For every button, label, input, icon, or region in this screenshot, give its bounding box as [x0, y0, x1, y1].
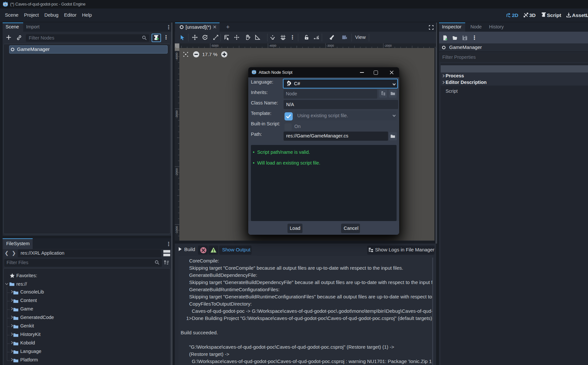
svg-text:-4000: -4000 — [269, 44, 276, 47]
svg-text:-5000: -5000 — [211, 44, 219, 47]
svg-text:-2000: -2000 — [384, 44, 392, 47]
svg-text:-1000: -1000 — [175, 226, 178, 234]
svg-text:cs: cs — [287, 84, 290, 86]
svg-text:-3000: -3000 — [326, 44, 334, 47]
svg-text:-3000: -3000 — [175, 110, 178, 118]
svg-text:-4000: -4000 — [175, 53, 178, 60]
svg-text:-2000: -2000 — [175, 168, 178, 176]
